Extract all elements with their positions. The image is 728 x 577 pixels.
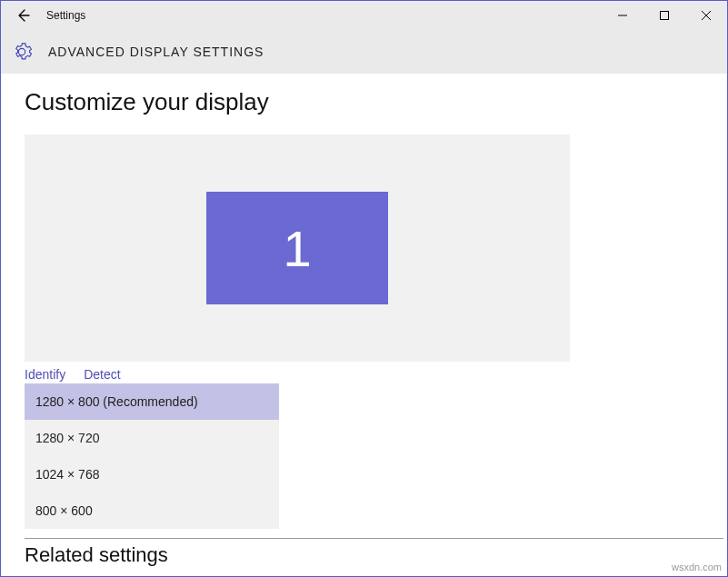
page-header-title: ADVANCED DISPLAY SETTINGS <box>48 45 264 59</box>
watermark: wsxdn.com <box>672 562 722 572</box>
back-button[interactable] <box>6 1 39 30</box>
svg-rect-1 <box>661 12 669 20</box>
resolution-option[interactable]: 800 × 600 <box>25 492 279 529</box>
minimize-icon <box>618 11 627 20</box>
identify-link[interactable]: Identify <box>25 367 65 382</box>
display-action-links: Identify Detect <box>25 367 723 382</box>
detect-link[interactable]: Detect <box>84 367 120 382</box>
close-button[interactable] <box>685 1 727 30</box>
monitor-tile-1[interactable]: 1 <box>206 192 388 304</box>
related-settings-title: Related settings <box>25 538 723 567</box>
resolution-option[interactable]: 1280 × 720 <box>25 420 279 456</box>
window-title: Settings <box>46 9 85 22</box>
page-title: Customize your display <box>25 88 723 116</box>
arrow-left-icon <box>15 8 30 23</box>
maximize-button[interactable] <box>643 1 685 30</box>
resolution-option[interactable]: 1024 × 768 <box>25 456 279 492</box>
window-controls <box>602 1 727 30</box>
minimize-button[interactable] <box>602 1 643 30</box>
gear-icon <box>12 42 32 62</box>
content-area: Customize your display 1 Identify Detect… <box>1 74 727 567</box>
display-preview-box: 1 <box>25 134 570 362</box>
resolution-dropdown-list[interactable]: 1280 × 800 (Recommended) 1280 × 720 1024… <box>25 383 279 529</box>
titlebar: Settings <box>1 1 727 30</box>
resolution-option[interactable]: 1280 × 800 (Recommended) <box>25 383 279 420</box>
close-icon <box>702 11 711 20</box>
subheader: ADVANCED DISPLAY SETTINGS <box>1 30 727 74</box>
maximize-icon <box>660 11 669 20</box>
